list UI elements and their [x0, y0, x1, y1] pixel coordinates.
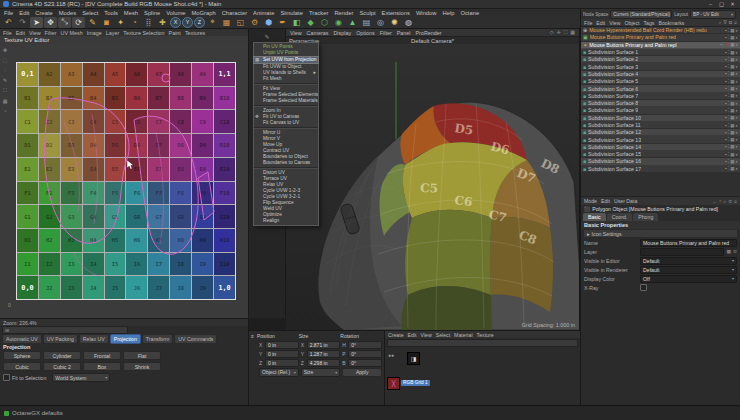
uvw-tag-icon[interactable]: ▦ [730, 166, 734, 171]
menubar-item[interactable]: MoGraph [191, 10, 215, 16]
uv-grid-cell[interactable]: J3 [61, 276, 82, 299]
object-row[interactable]: ■Subdivision Surface 1▪⁚▦◗ [581, 49, 740, 56]
material-menu-item[interactable]: Edit [408, 332, 417, 338]
uv-grid-cell[interactable]: C5 [105, 110, 126, 133]
uvw-tag-icon[interactable]: ▦ [730, 123, 734, 128]
layer-box-icon[interactable]: ▪ [725, 152, 727, 157]
material-menu-item[interactable]: View [421, 332, 432, 338]
layer-box-icon[interactable]: ▪ [725, 144, 727, 149]
uv-grid-cell[interactable]: C3 [61, 110, 82, 133]
display-mode-icon[interactable]: ◍ [402, 17, 415, 28]
attributes-menu-item[interactable]: Edit [601, 198, 610, 204]
uv-grid-cell[interactable]: F8 [170, 182, 191, 205]
object-row[interactable]: ■Subdivision Surface 17▪⁚▦◗ [581, 166, 740, 173]
fit-icon[interactable]: ⛶ [3, 87, 7, 94]
size-dropdown[interactable]: Size▾ [301, 368, 341, 377]
material-menu-item[interactable]: Texture [477, 332, 494, 338]
visibility-dots-icon[interactable]: ⁚ [728, 166, 729, 171]
uvw-tag-icon[interactable]: ▦ [730, 79, 734, 84]
brush-icon[interactable]: ✎ [264, 33, 269, 40]
om-menu-item[interactable]: Object [624, 20, 639, 26]
visibility-dots-icon[interactable]: ⁚ [728, 123, 729, 128]
uv-tab-relax-uv[interactable]: Relax UV [79, 334, 109, 344]
menubar-item[interactable]: Mesh [124, 10, 138, 16]
uvw-tag-icon[interactable]: ▦ [730, 71, 734, 76]
uv-tab-uv-commands[interactable]: UV Commands [174, 334, 217, 344]
uv-grid-cell[interactable]: B7 [148, 87, 169, 110]
menubar-item[interactable]: File [4, 10, 13, 16]
light-icon[interactable]: ✺ [388, 17, 401, 28]
object-row[interactable]: ■Subdivision Surface 14▪⁚▦◗ [581, 144, 740, 151]
uv-grid-cell[interactable]: B9 [192, 87, 213, 110]
phong-tag-icon[interactable]: ◗ [735, 101, 738, 106]
uv-grid-cell[interactable]: I6 [126, 253, 147, 276]
uv-grid-cell[interactable]: A2 [39, 63, 60, 86]
uv-grid-cell[interactable]: F4 [83, 182, 104, 205]
uv-grid-cell[interactable]: E8 [170, 158, 191, 181]
subdivision-icon[interactable]: ◧ [290, 17, 303, 28]
attributes-menu-item[interactable]: User Data [614, 198, 637, 204]
layer-box-icon[interactable]: ▪ [725, 35, 727, 40]
uv-grid-cell[interactable]: F2 [39, 182, 60, 205]
uv-menu-item[interactable]: Filter [45, 30, 57, 36]
eyedrop-icon[interactable]: ◔ [3, 108, 6, 114]
uv-grid-cell[interactable]: 1,1 [214, 63, 235, 86]
uv-grid-cell[interactable]: H8 [170, 229, 191, 252]
uv-grid-cell[interactable]: G4 [83, 205, 104, 228]
uv-grid-cell[interactable]: B4 [83, 87, 104, 110]
phong-tag-icon[interactable]: ◗ [735, 108, 738, 113]
coord-system-icon[interactable]: ⌖ [206, 17, 219, 28]
uv-grid-cell[interactable]: J8 [170, 276, 191, 299]
dots-icon[interactable]: ⣿ [142, 17, 155, 28]
magic-wand-icon[interactable]: ✦ [114, 17, 127, 28]
object-row[interactable]: ▣Mouse Buttons Primary and Palm red▪⁚▦◗ [581, 34, 740, 41]
uv-grid-cell[interactable]: G2 [39, 205, 60, 228]
uv-tab-projection[interactable]: Projection [110, 334, 141, 344]
uv-tab-transform[interactable]: Transform [142, 334, 173, 344]
menubar-item[interactable]: Simulate [280, 10, 303, 16]
menubar-item[interactable]: Animate [253, 10, 274, 16]
deformer-icon[interactable]: ▲ [346, 17, 359, 28]
uvw-tag-icon[interactable]: ▦ [730, 130, 734, 135]
uv-grid-cell[interactable]: C4 [83, 110, 104, 133]
pencil-icon[interactable]: ✎ [3, 77, 7, 83]
uv-menu-item[interactable]: Textures [185, 30, 205, 36]
uvw-tag-icon[interactable]: ▦ [730, 86, 734, 91]
uv-menu-command[interactable]: ▦Set UVW from Projection [253, 56, 319, 64]
material-menu-item[interactable]: Select [436, 332, 450, 338]
fill-tool-icon[interactable]: ◙ [100, 17, 113, 28]
uv-grid-cell[interactable]: E9 [192, 158, 213, 181]
material-menu-item[interactable]: Material [454, 332, 472, 338]
visibility-dots-icon[interactable]: ⁚ [728, 50, 729, 55]
phong-tag-icon[interactable]: ◗ [735, 79, 738, 84]
layer-box-icon[interactable]: ▪ [721, 42, 723, 47]
uv-grid-cell[interactable]: D7 [148, 134, 169, 157]
coord-value-input[interactable]: 1.287 in [307, 350, 341, 358]
uv-grid-cell[interactable]: D5 [105, 134, 126, 157]
visibility-dots-icon[interactable]: ⁚ [728, 79, 729, 84]
object-row[interactable]: ■Subdivision Surface 9▪⁚▦◗ [581, 107, 740, 114]
layer-box-icon[interactable]: ▪ [725, 50, 727, 55]
phong-tag-icon[interactable]: ◗ [735, 42, 738, 47]
filter-icon[interactable]: ∇ [724, 20, 727, 25]
visibility-dots-icon[interactable]: ⁚ [728, 137, 729, 142]
grid-icon[interactable]: ▦ [3, 98, 8, 104]
field-input[interactable]: Mouse Buttons Primary and Palm red [640, 239, 737, 247]
redo-icon[interactable]: ↷ [16, 17, 29, 28]
viewport-menu-item[interactable]: ProRender [416, 30, 442, 36]
uv-grid-cell[interactable]: C1 [17, 110, 38, 133]
icon-settings-row[interactable]: ▸ Icon Settings [583, 229, 738, 238]
layer-box-icon[interactable]: ▪ [725, 57, 727, 62]
uv-grid-cell[interactable]: G5 [105, 205, 126, 228]
z-axis-lock-icon[interactable]: Z [194, 17, 205, 28]
uv-grid-cell[interactable]: J6 [126, 276, 147, 299]
object-row[interactable]: ■Subdivision Surface 4▪⁚▦◗ [581, 71, 740, 78]
y-axis-lock-icon[interactable]: Y [182, 17, 193, 28]
uv-menu-command[interactable]: Fit Mesh [254, 76, 318, 82]
menubar-item[interactable]: Volume [166, 10, 185, 16]
mograph-icon[interactable]: ⬡ [318, 17, 331, 28]
uv-canvas[interactable]: ✥⬚◌✎⛶▦◔ 0,1A2A3A4A5A6A7A8A91,1B1B2B3B4B5… [0, 44, 248, 318]
uv-grid-cell[interactable]: B3 [61, 87, 82, 110]
viewport-menu-item[interactable]: Display [333, 30, 351, 36]
material-menu-item[interactable]: Create [388, 332, 404, 338]
